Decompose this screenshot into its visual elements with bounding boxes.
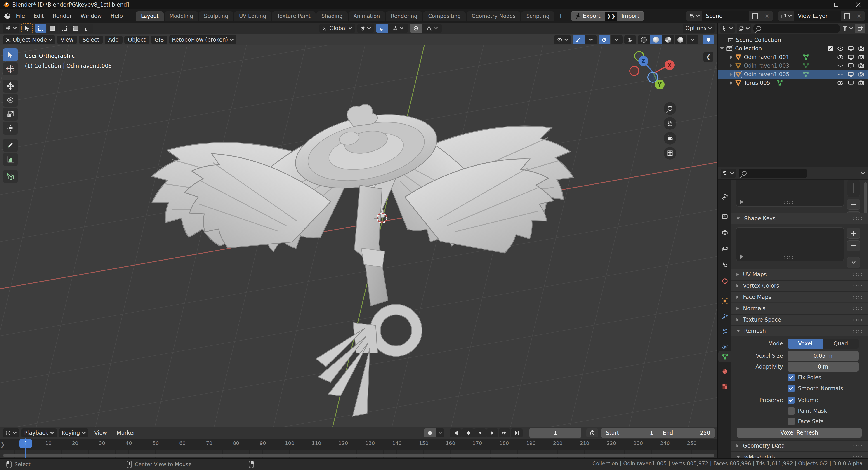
list-resize-grip[interactable]: [784, 201, 794, 204]
add-item-button[interactable]: [847, 228, 860, 239]
ortho-toggle-button[interactable]: [664, 147, 676, 159]
jump-to-end-button[interactable]: [511, 429, 523, 437]
eye-closed-icon[interactable]: [837, 63, 844, 69]
show-overlays-toggle[interactable]: [598, 35, 610, 44]
view-layer-new-button[interactable]: [841, 11, 853, 21]
tab-render[interactable]: [719, 211, 731, 222]
eye-closed-icon[interactable]: [837, 71, 844, 77]
snap-settings-dropdown[interactable]: [388, 24, 408, 33]
xray-toggle[interactable]: [624, 35, 636, 44]
panel-grip[interactable]: [852, 444, 863, 448]
active-tool-tweak-button[interactable]: [22, 23, 33, 33]
auto-keying-dropdown[interactable]: [436, 429, 444, 437]
panel-texture-space[interactable]: Texture Space: [731, 314, 868, 325]
view-layer-remove-button[interactable]: ×: [853, 11, 865, 21]
expand-arrow-icon[interactable]: [730, 56, 733, 59]
tab-compositing[interactable]: Compositing: [423, 11, 466, 21]
voxel-size-field[interactable]: 0.05 m: [787, 351, 859, 361]
tab-sculpting[interactable]: Sculpting: [199, 11, 233, 21]
tool-annotate[interactable]: [3, 139, 18, 152]
tool-select-box[interactable]: [3, 49, 18, 61]
panel-remesh[interactable]: Remesh: [731, 325, 868, 336]
gizmo-settings-dropdown[interactable]: [585, 35, 597, 44]
play-button[interactable]: [487, 429, 498, 437]
menu-render[interactable]: Render: [49, 11, 75, 21]
fix-poles-checkbox[interactable]: [787, 374, 795, 381]
remove-item-button[interactable]: [847, 241, 860, 251]
panel-uv-maps[interactable]: UV Maps: [731, 269, 868, 280]
expand-arrow-icon[interactable]: [730, 73, 733, 76]
use-preview-range-toggle[interactable]: [586, 429, 598, 437]
menu-select[interactable]: Select: [79, 36, 103, 44]
scene-new-button[interactable]: [749, 11, 761, 21]
retopoflow-menu[interactable]: RetopoFlow (broken): [169, 35, 237, 44]
tab-shading[interactable]: Shading: [316, 11, 347, 21]
expand-arrow-icon[interactable]: [720, 47, 724, 50]
timeline-view-menu[interactable]: View: [91, 429, 111, 437]
new-collection-button[interactable]: [855, 24, 865, 33]
menu-add[interactable]: Add: [105, 36, 122, 44]
menu-view[interactable]: View: [57, 36, 77, 44]
next-keyframe-button[interactable]: [499, 429, 510, 437]
panel-grip[interactable]: [852, 295, 863, 299]
paint-mask-checkbox[interactable]: [787, 407, 795, 415]
select-box-extend-button[interactable]: [47, 24, 58, 33]
properties-scrollbar[interactable]: [864, 182, 867, 214]
current-frame-badge[interactable]: 1: [20, 439, 32, 448]
select-box-new-button[interactable]: [35, 24, 46, 33]
timeline-expand-arrow[interactable]: ❯: [0, 441, 5, 448]
remesh-mode-voxel[interactable]: Voxel: [787, 339, 823, 349]
tab-geometry-nodes[interactable]: Geometry Nodes: [467, 11, 520, 21]
expand-arrow-icon[interactable]: [730, 64, 733, 67]
outliner-row-scene-collection[interactable]: Scene Collection: [718, 36, 868, 44]
view-layer-name[interactable]: View Layer: [794, 11, 841, 21]
tab-output[interactable]: [719, 227, 731, 239]
outliner-row-collection[interactable]: Collection: [718, 44, 868, 53]
shading-rendered-button[interactable]: [675, 35, 686, 44]
prev-keyframe-button[interactable]: [462, 429, 474, 437]
tab-world[interactable]: [719, 275, 731, 287]
tool-cursor[interactable]: [3, 62, 18, 75]
scene-unlink-button[interactable]: ×: [761, 11, 773, 21]
remesh-mode-quad[interactable]: Quad: [823, 339, 859, 349]
tab-texture[interactable]: [719, 380, 731, 392]
panel-face-maps[interactable]: Face Maps: [731, 291, 868, 302]
snap-toggle[interactable]: [376, 24, 388, 33]
panel-grip[interactable]: [852, 284, 863, 288]
properties-editor-type-button[interactable]: [721, 169, 736, 178]
remove-item-button[interactable]: [847, 199, 860, 210]
scene-browse-button[interactable]: [686, 11, 702, 21]
menu-gis[interactable]: GIS: [151, 36, 167, 44]
screen-icon[interactable]: [848, 63, 854, 69]
tab-tool[interactable]: [719, 191, 731, 202]
list-expand-arrow[interactable]: [740, 200, 743, 204]
menu-help[interactable]: Help: [107, 11, 127, 21]
maximize-button[interactable]: [827, 0, 846, 9]
outliner-filter-dropdown[interactable]: [842, 26, 853, 31]
select-box-subtract-button[interactable]: [59, 24, 70, 33]
shading-material-button[interactable]: [662, 35, 674, 44]
tab-object[interactable]: [719, 295, 731, 307]
gizmo-axis-neg-x[interactable]: [630, 66, 639, 75]
tab-texture-paint[interactable]: Texture Paint: [272, 11, 315, 21]
options-dropdown[interactable]: Options: [683, 24, 715, 33]
tab-uv-editing[interactable]: UV Editing: [234, 11, 271, 21]
menu-file[interactable]: File: [12, 11, 29, 21]
camera-icon[interactable]: [858, 63, 864, 69]
auto-keying-toggle[interactable]: [424, 429, 436, 437]
select-box-difference-button[interactable]: [70, 24, 82, 33]
camera-view-button[interactable]: [664, 132, 676, 145]
panel-grip[interactable]: [852, 318, 863, 321]
shape-keys-list[interactable]: [736, 227, 844, 261]
preserve-volume-checkbox[interactable]: [787, 397, 795, 404]
frame-start-field[interactable]: Start1: [601, 428, 658, 438]
properties-search-input[interactable]: [739, 169, 807, 178]
timeline-marker-menu[interactable]: Marker: [113, 429, 139, 437]
panel-vertex-colors[interactable]: Vertex Colors: [731, 280, 868, 291]
blender-menu-icon[interactable]: [3, 12, 11, 20]
view-layer-browse-button[interactable]: [778, 11, 794, 21]
import-button[interactable]: Import: [617, 11, 644, 21]
playback-menu[interactable]: Playback: [22, 429, 57, 437]
vertex-groups-list[interactable]: [736, 180, 844, 207]
camera-icon[interactable]: [858, 71, 864, 77]
